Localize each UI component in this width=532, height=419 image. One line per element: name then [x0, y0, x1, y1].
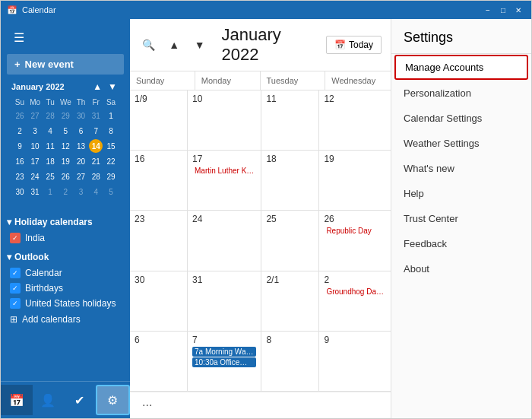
- mini-cal-prev[interactable]: ▲: [90, 81, 104, 93]
- tasks-nav-button[interactable]: ✔: [64, 385, 96, 415]
- settings-item-trust-center[interactable]: Trust Center: [391, 206, 531, 231]
- cal-cell-11[interactable]: 11: [261, 90, 319, 151]
- mini-cell[interactable]: 2: [13, 124, 27, 138]
- cal-cell-10[interactable]: 10: [188, 90, 261, 151]
- settings-item-help[interactable]: Help: [391, 181, 531, 206]
- cal-cell-feb9[interactable]: 9: [319, 332, 391, 392]
- cal-cell-31[interactable]: 31: [188, 271, 261, 332]
- people-nav-button[interactable]: 👤: [33, 385, 65, 415]
- mini-cell[interactable]: 3: [28, 124, 42, 138]
- cal-cell-23[interactable]: 23: [130, 211, 188, 271]
- cal-cell-19[interactable]: 19: [319, 151, 391, 211]
- mini-cell[interactable]: 17: [28, 154, 42, 168]
- mini-cell[interactable]: 11: [43, 139, 57, 153]
- mini-cell[interactable]: 9: [13, 139, 27, 153]
- mini-cell[interactable]: 28: [43, 109, 57, 122]
- cal-cell-feb8[interactable]: 8: [261, 332, 319, 392]
- new-event-button[interactable]: + New event: [7, 54, 124, 75]
- sidebar-item-birthdays[interactable]: ✓ Birthdays: [7, 281, 124, 296]
- hamburger-button[interactable]: ☰: [7, 25, 31, 49]
- sidebar-item-calendar[interactable]: ✓ Calendar: [7, 265, 124, 281]
- settings-item-calendar-settings[interactable]: Calendar Settings: [391, 106, 531, 131]
- mini-cell[interactable]: 29: [59, 109, 73, 122]
- holiday-calendars-section[interactable]: ▾ Holiday calendars: [7, 217, 124, 227]
- mini-cell[interactable]: 3: [74, 185, 88, 198]
- settings-item-whats-new[interactable]: What's new: [391, 156, 531, 181]
- more-options-button[interactable]: ···: [136, 395, 158, 415]
- cal-cell-26[interactable]: 26 Republic Day: [319, 211, 391, 271]
- app-window: 📅 Calendar − □ ✕ ☰ + New event: [0, 0, 532, 419]
- settings-item-manage-accounts[interactable]: Manage Accounts: [394, 55, 528, 80]
- republic-day-event[interactable]: Republic Day: [324, 226, 386, 236]
- mini-cell[interactable]: 2: [59, 185, 73, 198]
- outlook-section[interactable]: ▾ Outlook: [7, 252, 124, 262]
- mini-cell[interactable]: 23: [13, 170, 27, 183]
- close-button[interactable]: ✕: [511, 5, 525, 15]
- mini-cell[interactable]: 31: [28, 185, 42, 198]
- minimize-button[interactable]: −: [481, 5, 495, 15]
- settings-item-about[interactable]: About: [391, 256, 531, 281]
- cal-cell-feb7[interactable]: 7 7a Morning Wa… 10:30a Office…: [188, 332, 261, 392]
- mini-cell[interactable]: 30: [13, 185, 27, 198]
- mini-cell[interactable]: 28: [89, 170, 103, 183]
- martin-luther-event[interactable]: Martin Luther K…: [192, 166, 256, 176]
- settings-nav-button[interactable]: ⚙: [96, 385, 131, 415]
- mini-cell[interactable]: 7: [89, 124, 103, 138]
- mini-cell[interactable]: 1: [43, 185, 57, 198]
- mini-cell[interactable]: 6: [74, 124, 88, 138]
- morning-walk-event[interactable]: 7a Morning Wa…: [192, 347, 256, 357]
- mini-cell[interactable]: 31: [89, 109, 103, 122]
- search-button[interactable]: 🔍: [139, 34, 159, 56]
- mini-cell[interactable]: 30: [74, 109, 88, 122]
- mini-cell[interactable]: 4: [43, 124, 57, 138]
- cal-cell-feb1[interactable]: 2/1: [261, 271, 319, 332]
- mini-cell[interactable]: 4: [89, 185, 103, 198]
- mini-cell[interactable]: 10: [28, 139, 42, 153]
- next-month-button[interactable]: ▼: [190, 34, 210, 56]
- sidebar-item-india[interactable]: ✓ India: [7, 230, 124, 246]
- maximize-button[interactable]: □: [496, 5, 510, 15]
- mini-cell[interactable]: 24: [28, 170, 42, 183]
- add-calendars-button[interactable]: ⊞ Add calendars: [7, 311, 124, 328]
- today-button[interactable]: 📅 Today: [326, 36, 382, 54]
- cal-cell-1-9[interactable]: 1/9: [130, 90, 188, 151]
- mini-cell[interactable]: 16: [13, 154, 27, 168]
- cal-cell-feb6[interactable]: 6: [130, 332, 188, 392]
- mini-cell[interactable]: 29: [104, 170, 118, 183]
- cal-cell-16[interactable]: 16: [130, 151, 188, 211]
- mini-cell[interactable]: 22: [104, 154, 118, 168]
- mini-cell[interactable]: 5: [59, 124, 73, 138]
- mini-cell[interactable]: 13: [74, 139, 88, 153]
- cal-cell-24[interactable]: 24: [188, 211, 261, 271]
- mini-cell[interactable]: 5: [104, 185, 118, 198]
- mini-cell-today[interactable]: 14: [89, 139, 103, 153]
- mini-cell[interactable]: 15: [104, 139, 118, 153]
- cal-cell-18[interactable]: 18: [261, 151, 319, 211]
- mini-cell[interactable]: 19: [59, 154, 73, 168]
- mini-cal-next[interactable]: ▼: [106, 81, 119, 93]
- mini-cell[interactable]: 20: [74, 154, 88, 168]
- office-event[interactable]: 10:30a Office…: [192, 357, 256, 367]
- mini-cell[interactable]: 27: [28, 109, 42, 122]
- mini-cell[interactable]: 1: [104, 109, 118, 122]
- mini-cell[interactable]: 18: [43, 154, 57, 168]
- cal-cell-17[interactable]: 17 Martin Luther K…: [188, 151, 261, 211]
- cal-cell-25[interactable]: 25: [261, 211, 319, 271]
- settings-item-feedback[interactable]: Feedback: [391, 231, 531, 256]
- settings-item-weather-settings[interactable]: Weather Settings: [391, 131, 531, 156]
- mini-cell[interactable]: 26: [59, 170, 73, 183]
- mini-cell[interactable]: 8: [104, 124, 118, 138]
- mini-cell[interactable]: 25: [43, 170, 57, 183]
- cal-cell-12[interactable]: 12: [319, 90, 391, 151]
- sidebar-item-us-holidays[interactable]: ✓ United States holidays: [7, 296, 124, 311]
- mini-cell[interactable]: 26: [13, 109, 27, 122]
- cal-cell-30[interactable]: 30: [130, 271, 188, 332]
- mini-cell[interactable]: 21: [89, 154, 103, 168]
- groundhog-event[interactable]: Groundhog Da…: [324, 287, 386, 297]
- settings-item-personalization[interactable]: Personalization: [391, 81, 531, 106]
- mini-cell[interactable]: 27: [74, 170, 88, 183]
- cal-cell-feb2[interactable]: 2 Groundhog Da…: [319, 271, 391, 332]
- prev-month-button[interactable]: ▲: [165, 34, 185, 56]
- mini-cell[interactable]: 12: [59, 139, 73, 153]
- calendar-nav-button[interactable]: 📅: [1, 385, 33, 415]
